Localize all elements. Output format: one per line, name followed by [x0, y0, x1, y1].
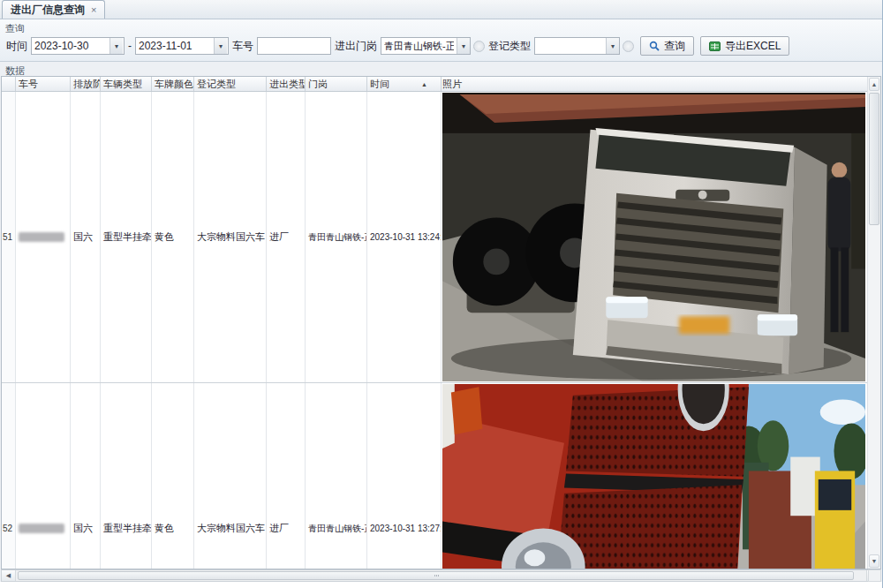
plate-label: 车号 [232, 39, 253, 54]
col-header-photo[interactable]: 照片 [442, 77, 880, 91]
plate-color-cell: 黄色 [152, 383, 194, 569]
table-header-row: 车号 排放阶段 车辆类型 车牌颜色 登记类型 进出类型 门岗 时间 ▲ 照片 [2, 77, 880, 92]
gate-input[interactable] [381, 38, 457, 54]
gate-combo[interactable]: ▾ [381, 37, 471, 55]
table-body: 51 国六 重型半挂牵引车 黄色 大宗物料国六车 进厂 青田青山钢铁-正门 20… [2, 92, 880, 569]
export-excel-button[interactable]: 导出EXCEL [700, 36, 789, 56]
redacted-plate [19, 524, 64, 533]
time-cell: 2023-10-31 13:27:40 [367, 383, 442, 569]
col-header-plate-color[interactable]: 车牌颜色 [152, 77, 194, 91]
vertical-scrollbar[interactable]: ▲ ▼ [867, 77, 880, 569]
col-header-reg-type[interactable]: 登记类型 [194, 77, 267, 91]
chevron-down-icon[interactable]: ▾ [109, 38, 123, 54]
data-panel: 数据 车号 排放阶段 车辆类型 车牌颜色 登记类型 进出类型 门岗 时间 ▲ 照… [0, 62, 882, 588]
scroll-grip [434, 575, 439, 577]
reg-type-cell: 大宗物料国六车 [194, 383, 267, 569]
regtype-label: 登记类型 [488, 39, 531, 54]
col-header-rownum[interactable] [2, 77, 16, 91]
truck-photo-silver [442, 93, 865, 381]
vertical-scroll-thumb[interactable] [869, 93, 879, 225]
date-to-input[interactable] [136, 38, 214, 54]
scroll-up-icon[interactable]: ▲ [869, 78, 879, 91]
inout-type-cell: 进厂 [267, 92, 306, 382]
query-panel: 查询 时间 ▾ - ▾ 车号 进出门岗 ▾ 登记类型 [0, 19, 882, 62]
inout-type-cell: 进厂 [267, 383, 306, 569]
gate-cell: 青田青山钢铁-正门 [306, 92, 367, 382]
row-number: 52 [2, 383, 16, 569]
col-header-time-label: 时间 [370, 78, 389, 91]
plate-color-cell: 黄色 [152, 92, 194, 382]
redacted-plate [19, 232, 64, 242]
excel-icon [709, 41, 721, 52]
scrollbar-corner [868, 569, 881, 582]
query-caption: 查询 [0, 19, 882, 36]
vehicle-type-cell: 重型半挂牵引车 [101, 383, 152, 569]
sort-asc-icon: ▲ [421, 81, 438, 87]
col-header-gate[interactable]: 门岗 [306, 77, 367, 91]
col-header-inout-type[interactable]: 进出类型 [267, 77, 306, 91]
search-icon [649, 41, 660, 51]
emission-cell: 国六 [71, 92, 101, 382]
date-from-input[interactable] [32, 38, 109, 54]
query-controls: 时间 ▾ - ▾ 车号 进出门岗 ▾ 登记类型 ▾ [0, 36, 882, 56]
col-header-time[interactable]: 时间 ▲ [367, 77, 442, 91]
gate-cell: 青田青山钢铁-正门 [306, 383, 367, 569]
photo-cell [442, 383, 880, 569]
app-window: 进出厂信息查询 × 查询 时间 ▾ - ▾ 车号 进出门岗 ▾ [0, 0, 883, 588]
emission-cell: 国六 [71, 383, 101, 569]
photo-cell [442, 92, 880, 382]
date-to-picker[interactable]: ▾ [135, 37, 229, 55]
scroll-down-icon[interactable]: ▼ [869, 554, 879, 568]
clear-icon[interactable] [623, 41, 634, 52]
plate-cell [16, 92, 71, 382]
table-row[interactable]: 51 国六 重型半挂牵引车 黄色 大宗物料国六车 进厂 青田青山钢铁-正门 20… [2, 92, 880, 383]
chevron-down-icon[interactable]: ▾ [214, 38, 227, 54]
table-row[interactable]: 52 国六 重型半挂牵引车 黄色 大宗物料国六车 进厂 青田青山钢铁-正门 20… [2, 383, 880, 569]
regtype-combo[interactable]: ▾ [534, 37, 620, 55]
gate-label: 进出门岗 [335, 39, 377, 54]
bottom-strip [0, 582, 882, 588]
search-button-label: 查询 [664, 39, 685, 54]
plate-field[interactable] [257, 37, 331, 55]
scroll-left-icon[interactable]: ◀ [2, 570, 16, 581]
row-number: 51 [2, 92, 16, 382]
time-label: 时间 [6, 39, 27, 54]
results-table: 车号 排放阶段 车辆类型 车牌颜色 登记类型 进出类型 门岗 时间 ▲ 照片 5… [1, 76, 881, 569]
vehicle-type-cell: 重型半挂牵引车 [101, 92, 152, 382]
horizontal-scrollbar[interactable]: ◀ ▶ [1, 569, 881, 582]
regtype-input[interactable] [535, 38, 606, 54]
chevron-down-icon[interactable]: ▾ [606, 38, 619, 54]
clear-icon[interactable] [473, 41, 485, 52]
plate-cell [16, 383, 71, 569]
tab-title: 进出厂信息查询 [11, 3, 85, 18]
chevron-down-icon[interactable]: ▾ [457, 38, 470, 54]
col-header-plate[interactable]: 车号 [16, 77, 71, 91]
col-header-emission[interactable]: 排放阶段 [71, 77, 101, 91]
export-excel-button-label: 导出EXCEL [725, 39, 781, 54]
range-separator: - [128, 40, 132, 52]
horizontal-scroll-thumb[interactable] [18, 571, 854, 580]
date-from-picker[interactable]: ▾ [31, 37, 125, 55]
reg-type-cell: 大宗物料国六车 [194, 92, 267, 382]
horizontal-scroll-track[interactable] [16, 570, 866, 581]
time-cell: 2023-10-31 13:24:47 [367, 92, 442, 382]
tab-close-icon[interactable]: × [91, 5, 96, 15]
tab-entry-exit-query[interactable]: 进出厂信息查询 × [2, 0, 105, 19]
plate-input[interactable] [258, 38, 330, 54]
col-header-vehicle-type[interactable]: 车辆类型 [101, 77, 152, 91]
search-button[interactable]: 查询 [640, 36, 694, 56]
truck-photo-red [442, 384, 865, 569]
tab-bar: 进出厂信息查询 × [0, 0, 882, 19]
